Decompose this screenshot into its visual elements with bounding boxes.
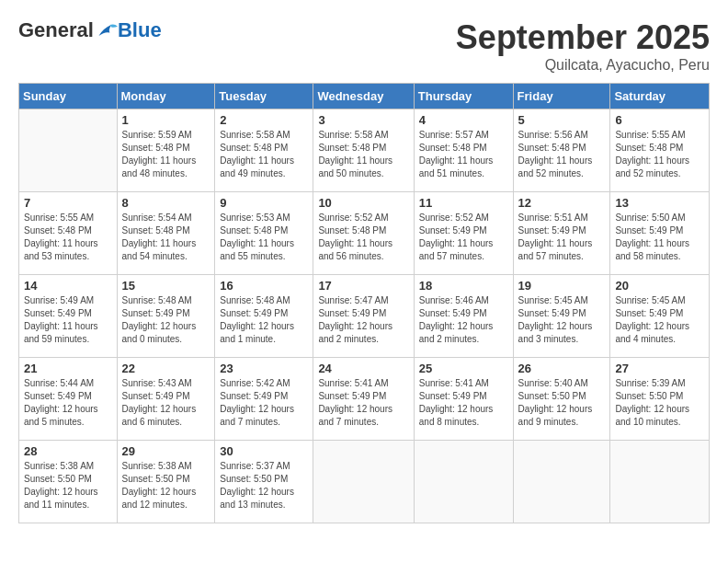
day-number: 2 <box>220 113 308 127</box>
calendar-day-cell: 9Sunrise: 5:53 AMSunset: 5:48 PMDaylight… <box>215 192 313 275</box>
day-number: 12 <box>518 196 606 210</box>
logo: General Blue <box>18 18 162 42</box>
calendar-day-cell: 24Sunrise: 5:41 AMSunset: 5:49 PMDayligh… <box>313 358 414 441</box>
day-number: 9 <box>220 196 308 210</box>
day-detail: Sunrise: 5:49 AMSunset: 5:49 PMDaylight:… <box>24 294 112 346</box>
day-number: 29 <box>122 444 210 458</box>
calendar-day-cell: 12Sunrise: 5:51 AMSunset: 5:49 PMDayligh… <box>513 192 610 275</box>
day-number: 26 <box>518 362 606 375</box>
day-detail: Sunrise: 5:42 AMSunset: 5:49 PMDaylight:… <box>220 377 308 429</box>
calendar-day-header: Wednesday <box>313 84 414 109</box>
calendar-day-header: Friday <box>513 84 610 109</box>
calendar-day-cell: 13Sunrise: 5:50 AMSunset: 5:49 PMDayligh… <box>610 192 710 275</box>
calendar-day-header: Monday <box>117 84 215 109</box>
calendar-day-header: Sunday <box>19 84 118 109</box>
calendar-day-header: Thursday <box>414 84 513 109</box>
day-number: 11 <box>419 196 508 210</box>
calendar-day-cell: 29Sunrise: 5:38 AMSunset: 5:50 PMDayligh… <box>117 441 215 523</box>
day-detail: Sunrise: 5:53 AMSunset: 5:48 PMDaylight:… <box>220 212 308 263</box>
calendar-day-cell: 23Sunrise: 5:42 AMSunset: 5:49 PMDayligh… <box>215 358 313 441</box>
day-number: 30 <box>220 444 308 458</box>
day-number: 13 <box>615 196 704 210</box>
calendar-day-cell <box>313 441 414 523</box>
day-detail: Sunrise: 5:47 AMSunset: 5:49 PMDaylight:… <box>318 294 408 346</box>
calendar-day-cell: 20Sunrise: 5:45 AMSunset: 5:49 PMDayligh… <box>610 275 710 358</box>
day-detail: Sunrise: 5:45 AMSunset: 5:49 PMDaylight:… <box>518 294 606 346</box>
calendar-day-cell: 30Sunrise: 5:37 AMSunset: 5:50 PMDayligh… <box>215 441 313 523</box>
day-number: 16 <box>220 279 308 293</box>
page-header: General Blue September 2025 Quilcata, Ay… <box>18 18 710 74</box>
calendar-table: SundayMondayTuesdayWednesdayThursdayFrid… <box>18 83 710 523</box>
calendar-day-cell <box>610 441 710 523</box>
calendar-day-cell: 17Sunrise: 5:47 AMSunset: 5:49 PMDayligh… <box>313 275 414 358</box>
day-detail: Sunrise: 5:51 AMSunset: 5:49 PMDaylight:… <box>518 212 606 263</box>
day-detail: Sunrise: 5:52 AMSunset: 5:48 PMDaylight:… <box>318 212 408 263</box>
calendar-day-cell: 6Sunrise: 5:55 AMSunset: 5:48 PMDaylight… <box>610 109 710 192</box>
calendar-day-cell: 22Sunrise: 5:43 AMSunset: 5:49 PMDayligh… <box>117 358 215 441</box>
day-detail: Sunrise: 5:38 AMSunset: 5:50 PMDaylight:… <box>122 460 210 511</box>
calendar-day-cell: 16Sunrise: 5:48 AMSunset: 5:49 PMDayligh… <box>215 275 313 358</box>
day-detail: Sunrise: 5:48 AMSunset: 5:49 PMDaylight:… <box>122 294 210 346</box>
day-detail: Sunrise: 5:46 AMSunset: 5:49 PMDaylight:… <box>419 294 508 346</box>
day-number: 20 <box>615 279 704 293</box>
day-detail: Sunrise: 5:44 AMSunset: 5:49 PMDaylight:… <box>24 377 112 429</box>
day-detail: Sunrise: 5:59 AMSunset: 5:48 PMDaylight:… <box>122 129 210 180</box>
logo-general: General <box>18 18 94 42</box>
calendar-day-cell: 4Sunrise: 5:57 AMSunset: 5:48 PMDaylight… <box>414 109 513 192</box>
calendar-day-cell: 27Sunrise: 5:39 AMSunset: 5:50 PMDayligh… <box>610 358 710 441</box>
day-number: 10 <box>318 196 408 210</box>
day-detail: Sunrise: 5:58 AMSunset: 5:48 PMDaylight:… <box>318 129 408 180</box>
calendar-day-cell: 15Sunrise: 5:48 AMSunset: 5:49 PMDayligh… <box>117 275 215 358</box>
day-number: 28 <box>24 444 112 458</box>
calendar-week-row: 7Sunrise: 5:55 AMSunset: 5:48 PMDaylight… <box>19 192 710 275</box>
calendar-subtitle: Quilcata, Ayacucho, Peru <box>456 57 710 74</box>
day-detail: Sunrise: 5:55 AMSunset: 5:48 PMDaylight:… <box>24 212 112 263</box>
calendar-day-cell: 1Sunrise: 5:59 AMSunset: 5:48 PMDaylight… <box>117 109 215 192</box>
day-number: 14 <box>24 279 112 293</box>
day-number: 15 <box>122 279 210 293</box>
calendar-week-row: 1Sunrise: 5:59 AMSunset: 5:48 PMDaylight… <box>19 109 710 192</box>
day-number: 22 <box>122 362 210 375</box>
calendar-day-cell: 26Sunrise: 5:40 AMSunset: 5:50 PMDayligh… <box>513 358 610 441</box>
calendar-day-cell: 3Sunrise: 5:58 AMSunset: 5:48 PMDaylight… <box>313 109 414 192</box>
day-number: 19 <box>518 279 606 293</box>
calendar-day-cell: 10Sunrise: 5:52 AMSunset: 5:48 PMDayligh… <box>313 192 414 275</box>
day-number: 4 <box>419 113 508 127</box>
calendar-day-cell: 7Sunrise: 5:55 AMSunset: 5:48 PMDaylight… <box>19 192 118 275</box>
day-number: 24 <box>318 362 408 375</box>
calendar-day-cell: 11Sunrise: 5:52 AMSunset: 5:49 PMDayligh… <box>414 192 513 275</box>
day-detail: Sunrise: 5:39 AMSunset: 5:50 PMDaylight:… <box>615 377 704 429</box>
day-detail: Sunrise: 5:38 AMSunset: 5:50 PMDaylight:… <box>24 460 112 511</box>
day-number: 3 <box>318 113 408 127</box>
calendar-day-cell <box>414 441 513 523</box>
title-section: September 2025 Quilcata, Ayacucho, Peru <box>456 18 710 74</box>
calendar-header-row: SundayMondayTuesdayWednesdayThursdayFrid… <box>19 84 710 109</box>
day-number: 6 <box>615 113 704 127</box>
day-detail: Sunrise: 5:41 AMSunset: 5:49 PMDaylight:… <box>419 377 508 429</box>
day-number: 7 <box>24 196 112 210</box>
calendar-week-row: 28Sunrise: 5:38 AMSunset: 5:50 PMDayligh… <box>19 441 710 523</box>
calendar-day-cell: 14Sunrise: 5:49 AMSunset: 5:49 PMDayligh… <box>19 275 118 358</box>
day-detail: Sunrise: 5:58 AMSunset: 5:48 PMDaylight:… <box>220 129 308 180</box>
day-detail: Sunrise: 5:43 AMSunset: 5:49 PMDaylight:… <box>122 377 210 429</box>
calendar-day-cell: 8Sunrise: 5:54 AMSunset: 5:48 PMDaylight… <box>117 192 215 275</box>
calendar-day-cell: 2Sunrise: 5:58 AMSunset: 5:48 PMDaylight… <box>215 109 313 192</box>
day-number: 21 <box>24 362 112 375</box>
day-detail: Sunrise: 5:56 AMSunset: 5:48 PMDaylight:… <box>518 129 606 180</box>
day-detail: Sunrise: 5:50 AMSunset: 5:49 PMDaylight:… <box>615 212 704 263</box>
calendar-day-header: Tuesday <box>215 84 313 109</box>
calendar-day-cell: 25Sunrise: 5:41 AMSunset: 5:49 PMDayligh… <box>414 358 513 441</box>
day-detail: Sunrise: 5:37 AMSunset: 5:50 PMDaylight:… <box>220 460 308 511</box>
calendar-day-header: Saturday <box>610 84 710 109</box>
calendar-day-cell: 18Sunrise: 5:46 AMSunset: 5:49 PMDayligh… <box>414 275 513 358</box>
day-number: 17 <box>318 279 408 293</box>
day-detail: Sunrise: 5:57 AMSunset: 5:48 PMDaylight:… <box>419 129 508 180</box>
day-number: 27 <box>615 362 704 375</box>
day-number: 1 <box>122 113 210 127</box>
calendar-day-cell <box>19 109 118 192</box>
day-detail: Sunrise: 5:54 AMSunset: 5:48 PMDaylight:… <box>122 212 210 263</box>
day-number: 18 <box>419 279 508 293</box>
calendar-day-cell: 19Sunrise: 5:45 AMSunset: 5:49 PMDayligh… <box>513 275 610 358</box>
calendar-day-cell: 21Sunrise: 5:44 AMSunset: 5:49 PMDayligh… <box>19 358 118 441</box>
day-detail: Sunrise: 5:41 AMSunset: 5:49 PMDaylight:… <box>318 377 408 429</box>
